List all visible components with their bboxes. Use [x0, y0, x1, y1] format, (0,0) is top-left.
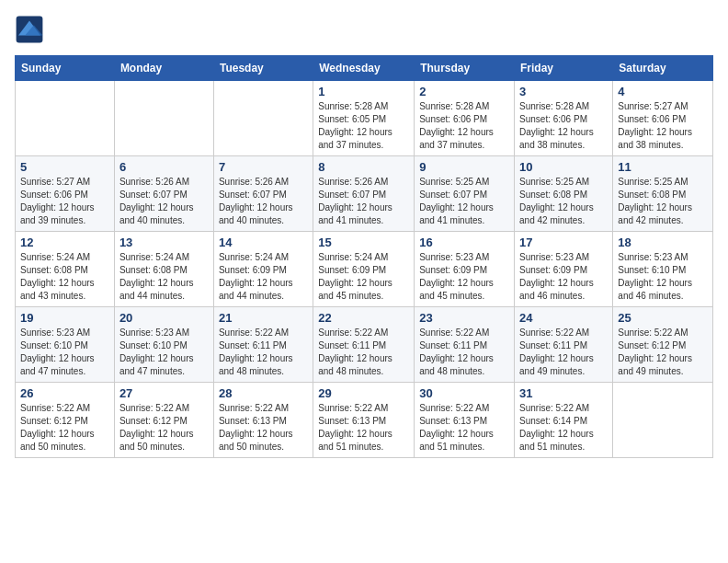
- calendar-cell: 18Sunrise: 5:23 AM Sunset: 6:10 PM Dayli…: [613, 232, 713, 307]
- calendar-cell: 2Sunrise: 5:28 AM Sunset: 6:06 PM Daylig…: [415, 81, 515, 156]
- day-number: 21: [219, 311, 308, 325]
- weekday-header-sunday: Sunday: [16, 56, 115, 81]
- day-number: 24: [519, 311, 608, 325]
- calendar-cell: 19Sunrise: 5:23 AM Sunset: 6:10 PM Dayli…: [16, 307, 115, 383]
- calendar-cell: 17Sunrise: 5:23 AM Sunset: 6:09 PM Dayli…: [515, 232, 613, 307]
- day-info: Sunrise: 5:27 AM Sunset: 6:06 PM Dayligh…: [20, 176, 109, 227]
- calendar-cell: 3Sunrise: 5:28 AM Sunset: 6:06 PM Daylig…: [515, 81, 613, 156]
- day-info: Sunrise: 5:24 AM Sunset: 6:08 PM Dayligh…: [20, 251, 109, 303]
- day-info: Sunrise: 5:23 AM Sunset: 6:09 PM Dayligh…: [519, 251, 608, 303]
- day-number: 4: [618, 85, 708, 98]
- day-number: 27: [119, 386, 209, 400]
- day-info: Sunrise: 5:23 AM Sunset: 6:10 PM Dayligh…: [20, 327, 109, 378]
- calendar-cell: [114, 81, 213, 156]
- calendar-cell: 24Sunrise: 5:22 AM Sunset: 6:11 PM Dayli…: [515, 307, 613, 383]
- day-number: 3: [519, 85, 608, 98]
- day-info: Sunrise: 5:24 AM Sunset: 6:09 PM Dayligh…: [318, 251, 409, 303]
- weekday-header-thursday: Thursday: [415, 56, 515, 81]
- day-info: Sunrise: 5:26 AM Sunset: 6:07 PM Dayligh…: [219, 176, 308, 227]
- day-info: Sunrise: 5:22 AM Sunset: 6:11 PM Dayligh…: [419, 327, 509, 378]
- calendar-cell: 6Sunrise: 5:26 AM Sunset: 6:07 PM Daylig…: [114, 156, 213, 232]
- calendar-table: SundayMondayTuesdayWednesdayThursdayFrid…: [15, 55, 713, 458]
- day-number: 22: [318, 311, 409, 325]
- day-number: 10: [519, 160, 608, 174]
- day-number: 18: [618, 236, 708, 249]
- day-info: Sunrise: 5:22 AM Sunset: 6:13 PM Dayligh…: [219, 402, 308, 454]
- day-info: Sunrise: 5:25 AM Sunset: 6:08 PM Dayligh…: [618, 176, 708, 227]
- day-number: 15: [318, 236, 409, 249]
- calendar-cell: 26Sunrise: 5:22 AM Sunset: 6:12 PM Dayli…: [16, 383, 115, 458]
- calendar-cell: 21Sunrise: 5:22 AM Sunset: 6:11 PM Dayli…: [213, 307, 313, 383]
- day-info: Sunrise: 5:22 AM Sunset: 6:12 PM Dayligh…: [20, 402, 109, 454]
- day-number: 13: [119, 236, 209, 249]
- day-info: Sunrise: 5:23 AM Sunset: 6:10 PM Dayligh…: [618, 251, 708, 303]
- calendar-cell: 29Sunrise: 5:22 AM Sunset: 6:13 PM Dayli…: [313, 383, 415, 458]
- weekday-header-friday: Friday: [515, 56, 613, 81]
- day-info: Sunrise: 5:24 AM Sunset: 6:08 PM Dayligh…: [119, 251, 209, 303]
- day-number: 25: [618, 311, 708, 325]
- calendar-cell: [213, 81, 313, 156]
- logo-icon: [15, 15, 44, 44]
- day-number: 8: [318, 160, 409, 174]
- calendar-cell: 8Sunrise: 5:26 AM Sunset: 6:07 PM Daylig…: [313, 156, 415, 232]
- day-number: 11: [618, 160, 708, 174]
- day-number: 5: [20, 160, 109, 174]
- day-info: Sunrise: 5:23 AM Sunset: 6:09 PM Dayligh…: [419, 251, 509, 303]
- day-number: 14: [219, 236, 308, 249]
- day-number: 19: [20, 311, 109, 325]
- weekday-header-wednesday: Wednesday: [313, 56, 415, 81]
- day-number: 26: [20, 386, 109, 400]
- day-number: 23: [419, 311, 509, 325]
- calendar-cell: [613, 383, 713, 458]
- day-info: Sunrise: 5:22 AM Sunset: 6:11 PM Dayligh…: [318, 327, 409, 378]
- day-number: 30: [419, 386, 509, 400]
- day-number: 2: [419, 85, 509, 98]
- day-info: Sunrise: 5:26 AM Sunset: 6:07 PM Dayligh…: [119, 176, 209, 227]
- week-row-2: 5Sunrise: 5:27 AM Sunset: 6:06 PM Daylig…: [16, 156, 713, 232]
- calendar-cell: 20Sunrise: 5:23 AM Sunset: 6:10 PM Dayli…: [114, 307, 213, 383]
- calendar-cell: 16Sunrise: 5:23 AM Sunset: 6:09 PM Dayli…: [415, 232, 515, 307]
- day-info: Sunrise: 5:22 AM Sunset: 6:11 PM Dayligh…: [519, 327, 608, 378]
- day-info: Sunrise: 5:25 AM Sunset: 6:08 PM Dayligh…: [519, 176, 608, 227]
- day-info: Sunrise: 5:22 AM Sunset: 6:11 PM Dayligh…: [219, 327, 308, 378]
- day-info: Sunrise: 5:28 AM Sunset: 6:06 PM Dayligh…: [419, 100, 509, 152]
- calendar-cell: [16, 81, 115, 156]
- calendar-cell: 7Sunrise: 5:26 AM Sunset: 6:07 PM Daylig…: [213, 156, 313, 232]
- day-number: 7: [219, 160, 308, 174]
- week-row-3: 12Sunrise: 5:24 AM Sunset: 6:08 PM Dayli…: [16, 232, 713, 307]
- day-info: Sunrise: 5:22 AM Sunset: 6:12 PM Dayligh…: [618, 327, 708, 378]
- day-info: Sunrise: 5:23 AM Sunset: 6:10 PM Dayligh…: [119, 327, 209, 378]
- calendar-cell: 10Sunrise: 5:25 AM Sunset: 6:08 PM Dayli…: [515, 156, 613, 232]
- day-number: 6: [119, 160, 209, 174]
- calendar-cell: 22Sunrise: 5:22 AM Sunset: 6:11 PM Dayli…: [313, 307, 415, 383]
- calendar-cell: 25Sunrise: 5:22 AM Sunset: 6:12 PM Dayli…: [613, 307, 713, 383]
- calendar-cell: 31Sunrise: 5:22 AM Sunset: 6:14 PM Dayli…: [515, 383, 613, 458]
- day-number: 17: [519, 236, 608, 249]
- calendar-cell: 14Sunrise: 5:24 AM Sunset: 6:09 PM Dayli…: [213, 232, 313, 307]
- day-info: Sunrise: 5:26 AM Sunset: 6:07 PM Dayligh…: [318, 176, 409, 227]
- calendar-cell: 1Sunrise: 5:28 AM Sunset: 6:05 PM Daylig…: [313, 81, 415, 156]
- calendar-cell: 23Sunrise: 5:22 AM Sunset: 6:11 PM Dayli…: [415, 307, 515, 383]
- week-row-4: 19Sunrise: 5:23 AM Sunset: 6:10 PM Dayli…: [16, 307, 713, 383]
- calendar-cell: 28Sunrise: 5:22 AM Sunset: 6:13 PM Dayli…: [213, 383, 313, 458]
- week-row-1: 1Sunrise: 5:28 AM Sunset: 6:05 PM Daylig…: [16, 81, 713, 156]
- day-number: 20: [119, 311, 209, 325]
- day-number: 28: [219, 386, 308, 400]
- calendar-cell: 11Sunrise: 5:25 AM Sunset: 6:08 PM Dayli…: [613, 156, 713, 232]
- calendar-cell: 4Sunrise: 5:27 AM Sunset: 6:06 PM Daylig…: [613, 81, 713, 156]
- day-number: 29: [318, 386, 409, 400]
- calendar-cell: 30Sunrise: 5:22 AM Sunset: 6:13 PM Dayli…: [415, 383, 515, 458]
- day-info: Sunrise: 5:25 AM Sunset: 6:07 PM Dayligh…: [419, 176, 509, 227]
- calendar-cell: 12Sunrise: 5:24 AM Sunset: 6:08 PM Dayli…: [16, 232, 115, 307]
- day-info: Sunrise: 5:22 AM Sunset: 6:13 PM Dayligh…: [419, 402, 509, 454]
- day-info: Sunrise: 5:28 AM Sunset: 6:05 PM Dayligh…: [318, 100, 409, 152]
- day-info: Sunrise: 5:27 AM Sunset: 6:06 PM Dayligh…: [618, 100, 708, 152]
- calendar-cell: 5Sunrise: 5:27 AM Sunset: 6:06 PM Daylig…: [16, 156, 115, 232]
- day-number: 12: [20, 236, 109, 249]
- day-number: 9: [419, 160, 509, 174]
- weekday-header-saturday: Saturday: [613, 56, 713, 81]
- day-number: 1: [318, 85, 409, 98]
- weekday-header-tuesday: Tuesday: [213, 56, 313, 81]
- week-row-5: 26Sunrise: 5:22 AM Sunset: 6:12 PM Dayli…: [16, 383, 713, 458]
- calendar-cell: 27Sunrise: 5:22 AM Sunset: 6:12 PM Dayli…: [114, 383, 213, 458]
